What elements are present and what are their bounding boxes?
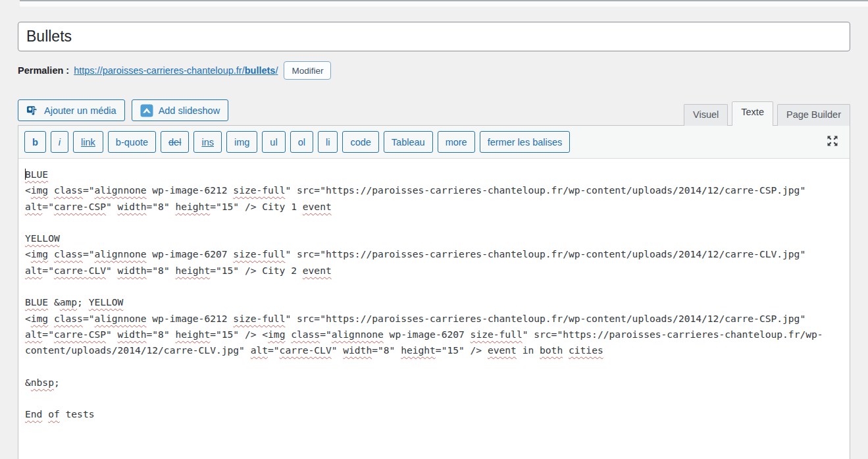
quicktag-i[interactable]: i	[51, 131, 68, 153]
code-line: BLUE &amp; YELLOW	[25, 294, 843, 310]
permalink-url-suffix: /	[275, 65, 278, 76]
media-buttons-group: Ajouter un média Add slideshow	[18, 99, 228, 121]
tab-visual[interactable]: Visuel	[684, 104, 728, 126]
quicktag-ol[interactable]: ol	[290, 131, 313, 153]
add-media-label: Ajouter un média	[44, 105, 116, 116]
editor-main-column: Permalien : https://paroisses-carrieres-…	[18, 0, 850, 459]
code-line: <img class="alignnone wp-image-6212 size…	[25, 311, 843, 327]
quicktag-ul[interactable]: ul	[262, 131, 285, 153]
code-line: <img class="alignnone wp-image-6207 size…	[25, 246, 843, 262]
code-line: End of tests	[25, 406, 843, 422]
quicktag-fermer-les-balises[interactable]: fermer les balises	[480, 131, 571, 153]
permalink-row: Permalien : https://paroisses-carrieres-…	[18, 61, 850, 80]
editor-mode-tabs: VisuelTextePage Builder	[684, 101, 850, 126]
permalink-link[interactable]: https://paroisses-carrieres-chanteloup.f…	[74, 65, 278, 76]
quicktag-tableau[interactable]: Tableau	[384, 131, 433, 153]
quicktag-link[interactable]: link	[73, 131, 103, 153]
code-line: content/uploads/2014/12/carre-CLV.jpg" a…	[25, 342, 843, 358]
code-line: alt="carre-CSP" width="8" height="15" />…	[25, 327, 843, 342]
media-icon	[26, 104, 39, 117]
wordpress-post-editor: { "title_field": { "value": "Bullets" },…	[0, 0, 868, 459]
code-line	[25, 359, 843, 375]
permalink-label: Permalien :	[18, 65, 69, 76]
code-line	[25, 215, 843, 230]
quicktag-b[interactable]: b	[24, 131, 46, 153]
quicktag-more[interactable]: more	[438, 131, 475, 153]
quicktags-buttons: bilinkb-quotedelinsimgulollicodeTableaum…	[24, 131, 574, 153]
editor-tools-row: Ajouter un média Add slideshow VisuelTex…	[18, 99, 850, 125]
post-title-input[interactable]	[18, 22, 850, 51]
tab-text[interactable]: Texte	[732, 101, 773, 126]
code-line: YELLOW	[25, 230, 843, 246]
quicktag-del[interactable]: del	[161, 131, 189, 153]
slideshow-icon	[140, 104, 153, 117]
tab-page-builder[interactable]: Page Builder	[777, 104, 850, 126]
edit-permalink-button[interactable]: Modifier	[284, 61, 331, 80]
code-line: BLUE	[25, 167, 843, 182]
code-line	[25, 279, 843, 294]
quicktag-code[interactable]: code	[342, 131, 378, 153]
code-line: &nbsp;	[25, 375, 843, 391]
fullscreen-icon	[825, 134, 840, 148]
code-line	[25, 391, 843, 406]
quicktag-ins[interactable]: ins	[193, 131, 222, 153]
quicktag-b-quote[interactable]: b-quote	[108, 131, 156, 153]
editor-container: bilinkb-quotedelinsimgulollicodeTableaum…	[18, 125, 850, 459]
code-line: <img class="alignnone wp-image-6212 size…	[25, 182, 843, 198]
text-cursor	[25, 169, 26, 180]
code-line: alt="carre-CLV" width="8" height="15" />…	[25, 263, 843, 279]
post-content-textarea[interactable]: BLUE<img class="alignnone wp-image-6212 …	[18, 159, 850, 431]
permalink-slug: bullets	[245, 65, 276, 76]
quicktag-li[interactable]: li	[318, 131, 338, 153]
fullscreen-button[interactable]	[824, 133, 841, 150]
add-slideshow-button[interactable]: Add slideshow	[132, 99, 229, 121]
permalink-url-prefix: https://paroisses-carrieres-chanteloup.f…	[74, 65, 245, 76]
quicktag-img[interactable]: img	[226, 131, 257, 153]
add-slideshow-label: Add slideshow	[159, 105, 220, 116]
quicktags-toolbar: bilinkb-quotedelinsimgulollicodeTableaum…	[18, 126, 850, 159]
code-line: alt="carre-CSP" width="8" height="15" />…	[25, 199, 843, 215]
add-media-button[interactable]: Ajouter un média	[18, 99, 125, 121]
